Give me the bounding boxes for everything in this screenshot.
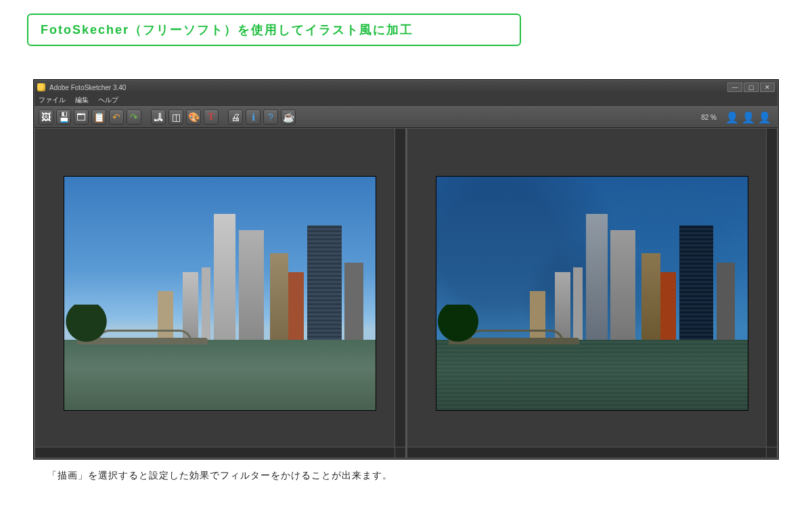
minimize-button[interactable]: — — [727, 83, 742, 92]
frame-icon[interactable]: 🗔 — [74, 110, 89, 125]
avatar-1-icon[interactable]: 👤 — [726, 110, 738, 125]
avatar-buttons: 👤 👤 👤 — [726, 110, 771, 125]
zoom-level: 82 % — [701, 114, 717, 121]
window-controls: — ▢ ✕ — [727, 83, 775, 92]
palette-icon[interactable]: 🎨 — [186, 110, 201, 125]
result-image — [436, 177, 748, 410]
fotosketcher-window: Adobe FotoSketcher 3.40 — ▢ ✕ ファイル 編集 ヘル… — [34, 80, 778, 459]
coffee-icon[interactable]: ☕ — [281, 110, 296, 125]
window-title: Adobe FotoSketcher 3.40 — [49, 84, 126, 91]
menu-file[interactable]: ファイル — [39, 95, 66, 105]
help-icon[interactable]: ? — [263, 110, 278, 125]
app-icon — [37, 83, 45, 91]
separator — [221, 110, 225, 125]
title-bar: Adobe FotoSketcher 3.40 — ▢ ✕ — [35, 81, 777, 94]
menu-help[interactable]: ヘルプ — [98, 95, 118, 105]
menu-bar: ファイル 編集 ヘルプ — [35, 94, 777, 106]
avatar-2-icon[interactable]: 👤 — [742, 110, 754, 125]
maximize-button[interactable]: ▢ — [744, 83, 759, 92]
scrollbar-horizontal[interactable] — [407, 447, 767, 458]
source-pane[interactable] — [35, 128, 406, 458]
crop-icon[interactable]: ◫ — [168, 110, 183, 125]
text-icon[interactable]: T — [204, 110, 219, 125]
section-heading: FotoSkecher（フリーソフト）を使用してイラスト風に加工 — [27, 14, 521, 46]
menu-edit[interactable]: 編集 — [75, 95, 89, 105]
redo-icon[interactable]: ↷ — [127, 110, 141, 125]
result-pane[interactable] — [406, 128, 778, 458]
workspace — [35, 128, 777, 458]
separator — [144, 110, 148, 125]
source-image — [64, 177, 376, 410]
print-icon[interactable]: 🖨 — [228, 110, 243, 125]
scrollbar-corner — [766, 447, 777, 458]
scrollbar-horizontal[interactable] — [35, 447, 394, 458]
close-button[interactable]: ✕ — [760, 83, 775, 92]
save-icon[interactable]: 💾 — [56, 110, 71, 125]
copy-icon[interactable]: 📋 — [91, 110, 106, 125]
caption: 「描画」を選択すると設定した効果でフィルターをかけることが出来ます。 — [47, 470, 785, 482]
scrollbar-corner — [394, 447, 405, 458]
scrollbar-vertical[interactable] — [394, 129, 405, 447]
toolbar: 🖼 💾 🗔 📋 ↶ ↷ 🏞 ◫ 🎨 T 🖨 ℹ ? ☕ 82 % 👤 👤 👤 — [35, 106, 777, 128]
scrollbar-vertical[interactable] — [766, 129, 777, 447]
picture-icon[interactable]: 🏞 — [151, 110, 166, 125]
avatar-3-icon[interactable]: 👤 — [759, 110, 771, 125]
undo-icon[interactable]: ↶ — [109, 110, 124, 125]
open-image-icon[interactable]: 🖼 — [39, 110, 53, 125]
info-icon[interactable]: ℹ — [246, 110, 261, 125]
